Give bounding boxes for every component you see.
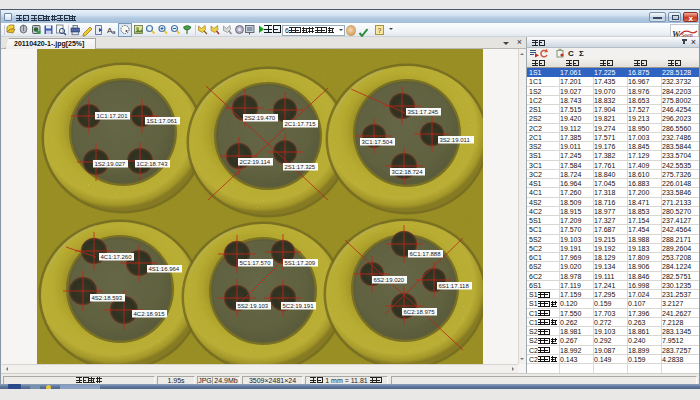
svg-text:2C2:19.114: 2C2:19.114 (240, 159, 271, 165)
svg-text:4C2:18.915: 4C2:18.915 (134, 311, 166, 317)
svg-text:C: C (568, 49, 574, 58)
svg-text:5C2:19.191: 5C2:19.191 (283, 303, 315, 309)
svg-text:1C1:17.201: 1C1:17.201 (97, 113, 129, 119)
svg-text:2S1:17.325: 2S1:17.325 (285, 164, 316, 170)
svg-text:5S2:19.103: 5S2:19.103 (238, 303, 269, 309)
svg-text:Σ: Σ (579, 49, 584, 58)
svg-text:2C1:17.715: 2C1:17.715 (285, 121, 317, 127)
svg-text:6S2:19.020: 6S2:19.020 (374, 277, 405, 283)
svg-text:6C1:17.888: 6C1:17.888 (410, 251, 442, 257)
svg-text:6S1:17.118: 6S1:17.118 (439, 283, 470, 289)
svg-text:1S1:17.061: 1S1:17.061 (147, 118, 178, 124)
svg-text:a: a (112, 29, 116, 35)
svg-text:3C2:18.724: 3C2:18.724 (392, 169, 424, 175)
svg-text:5C1:17.570: 5C1:17.570 (240, 260, 272, 266)
svg-text:6C2:18.975: 6C2:18.975 (404, 309, 436, 315)
svg-text:4C1:17.260: 4C1:17.260 (101, 254, 133, 260)
svg-text:4S2:18.593: 4S2:18.593 (92, 295, 123, 301)
svg-text:1S2:19.027: 1S2:19.027 (95, 161, 126, 167)
svg-text:1C2:18.743: 1C2:18.743 (137, 161, 169, 167)
svg-text:3C1:17.504: 3C1:17.504 (362, 139, 394, 145)
svg-text:4S1:16.964: 4S1:16.964 (149, 266, 180, 272)
svg-text:3S2:19.011: 3S2:19.011 (440, 137, 471, 143)
svg-text:3S1:17.245: 3S1:17.245 (408, 109, 439, 115)
svg-text:2S2:19.470: 2S2:19.470 (245, 115, 276, 121)
svg-text:5S1:17.209: 5S1:17.209 (285, 260, 316, 266)
